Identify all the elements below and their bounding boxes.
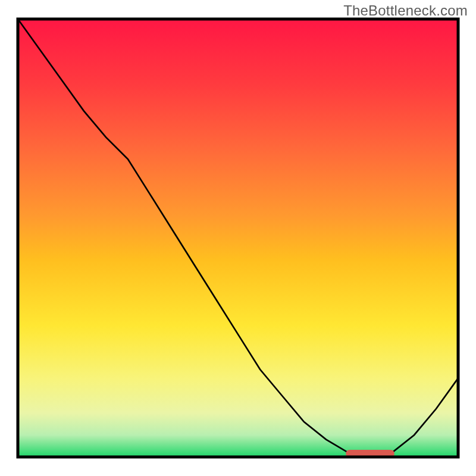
plot-background	[18, 19, 458, 457]
chart-area	[0, 0, 476, 476]
